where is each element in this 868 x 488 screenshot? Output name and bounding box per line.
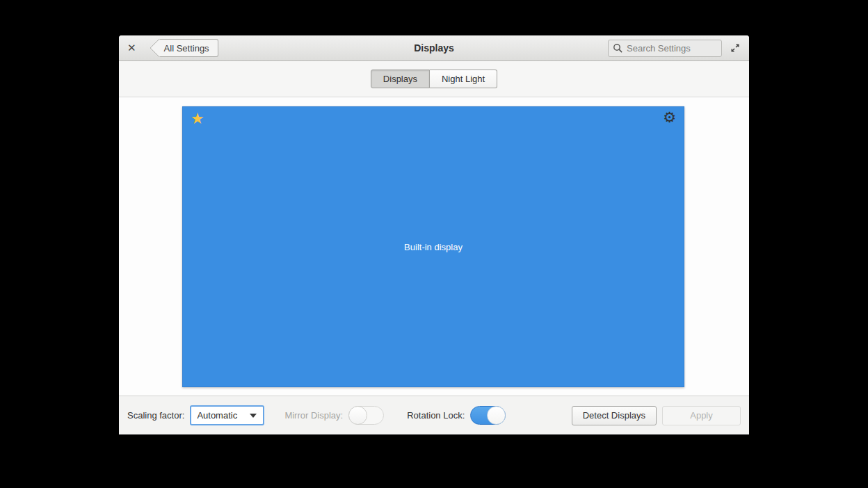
view-switcher: Displays Night Light [119,61,749,97]
detect-displays-button[interactable]: Detect Displays [572,406,657,425]
mirror-display-toggle[interactable] [348,406,384,425]
close-icon[interactable]: ✕ [127,43,136,54]
back-button-label: All Settings [164,43,209,54]
scaling-factor-dropdown[interactable]: Automatic [190,405,264,425]
rotation-lock-label: Rotation Lock: [407,410,465,421]
toggle-knob [487,406,506,425]
primary-display-star-icon[interactable]: ★ [191,110,204,128]
toggle-knob [348,406,367,425]
search-settings-field[interactable] [608,40,722,57]
search-icon [613,43,622,53]
display-settings-gear-icon[interactable]: ⚙ [663,109,676,127]
display-name-label: Built-in display [404,242,463,252]
display-preview[interactable]: ★ ⚙ Built-in display [182,106,684,387]
scaling-factor-value: Automatic [197,410,237,421]
footer-action-bar: Scaling factor: Automatic Mirror Display… [119,396,749,434]
rotation-lock-toggle[interactable] [470,406,506,425]
apply-button[interactable]: Apply [662,406,741,425]
mirror-display-group: Mirror Display: [284,406,384,425]
page-title: Displays [414,42,454,54]
rotation-lock-group: Rotation Lock: [407,406,506,425]
header-bar: ✕ All Settings Displays [119,35,749,61]
displays-settings-window: ✕ All Settings Displays Displays Night L [119,35,749,434]
content-area: ★ ⚙ Built-in display [119,97,749,396]
mirror-display-label: Mirror Display: [284,410,343,421]
tab-night-light[interactable]: Night Light [430,70,497,88]
maximize-icon[interactable] [730,42,741,54]
tab-displays[interactable]: Displays [371,70,430,88]
chevron-down-icon [250,414,257,418]
scaling-factor-label: Scaling factor: [127,410,184,421]
tab-group: Displays Night Light [371,70,497,88]
all-settings-back-button[interactable]: All Settings [159,39,218,57]
search-input[interactable] [627,43,717,54]
